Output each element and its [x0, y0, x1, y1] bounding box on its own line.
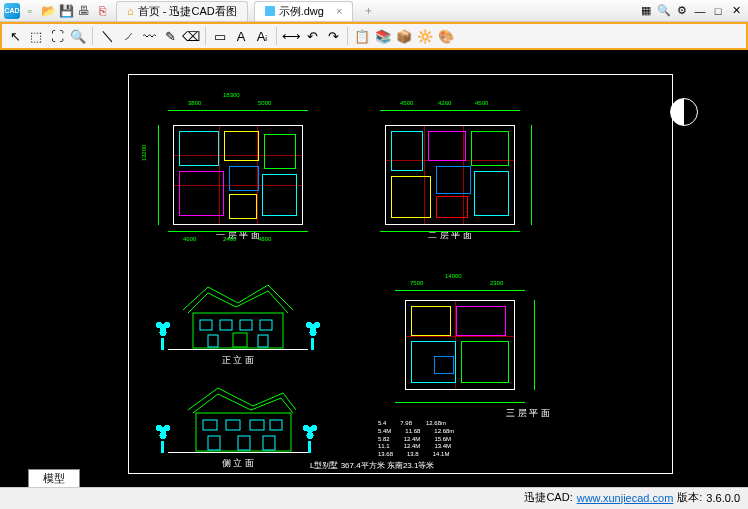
tool-layer-button[interactable]: ▭ [211, 27, 229, 45]
svg-rect-11 [250, 420, 264, 430]
tool-undo-button[interactable]: ↶ [303, 27, 321, 45]
maximize-button[interactable]: □ [710, 3, 726, 19]
tab-home[interactable]: ⌂ 首页 - 迅捷CAD看图 [116, 1, 248, 21]
status-brand: 迅捷CAD: [524, 490, 572, 505]
tool-polyline-button[interactable]: 〰 [140, 27, 158, 45]
tool-3d-button[interactable]: 📦 [395, 27, 413, 45]
tool-zoom-button[interactable]: 🔍 [69, 27, 87, 45]
svg-rect-15 [263, 436, 275, 450]
svg-rect-3 [240, 320, 252, 330]
tool-redo-button[interactable]: ↷ [324, 27, 342, 45]
tab-home-label: 首页 - 迅捷CAD看图 [138, 4, 237, 19]
tool-render-button[interactable]: 🔆 [416, 27, 434, 45]
quick-export-icon[interactable]: ⎘ [94, 3, 110, 19]
tool-palette-button[interactable]: 🎨 [437, 27, 455, 45]
tool-layers-button[interactable]: 📚 [374, 27, 392, 45]
svg-rect-10 [226, 420, 240, 430]
tool-dim-button[interactable]: ⟷ [282, 27, 300, 45]
tab-file[interactable]: 示例.dwg × [254, 1, 354, 21]
tool-zoom-extents-button[interactable]: ⛶ [48, 27, 66, 45]
tab-close-button[interactable]: × [336, 5, 342, 17]
svg-rect-1 [200, 320, 212, 330]
quick-save-icon[interactable]: 💾 [58, 3, 74, 19]
status-version: 3.6.0.0 [706, 492, 740, 504]
tool-edit-button[interactable]: ✎ [161, 27, 179, 45]
statusbar: 迅捷CAD: www.xunjiecad.com 版本: 3.6.0.0 [0, 487, 748, 507]
titlebar: CAD ▫ 📂 💾 🖶 ⎘ ⌂ 首页 - 迅捷CAD看图 示例.dwg × ＋ … [0, 0, 748, 22]
svg-rect-6 [233, 333, 247, 347]
tab-file-label: 示例.dwg [279, 4, 324, 19]
close-button[interactable]: ✕ [728, 3, 744, 19]
tool-zoom-window-button[interactable]: ⬚ [27, 27, 45, 45]
front-elevation: 正 立 面 [138, 275, 338, 375]
second-floor-plan: 4500 4260 4500 二 层 平 面 [360, 100, 540, 250]
model-tab[interactable]: 模型 [28, 469, 80, 487]
drawing-title: L型别墅 367.4平方米 东南23.1等米 [310, 460, 434, 471]
tool-line-button[interactable]: ＼ [98, 27, 116, 45]
layer-panel-icon[interactable]: ▦ [638, 3, 654, 19]
status-url-link[interactable]: www.xunjiecad.com [577, 492, 674, 504]
file-icon [265, 6, 275, 16]
window-controls: ▦ 🔍 ⚙ — □ ✕ [638, 3, 744, 19]
elev2-title: 侧 立 面 [138, 457, 338, 470]
svg-rect-12 [270, 420, 282, 430]
info-table: 5.47.9812.68m5.4M11.6812.68m5.8212.4M15.… [378, 420, 454, 459]
search-icon[interactable]: 🔍 [656, 3, 672, 19]
quick-open-icon[interactable]: 📂 [40, 3, 56, 19]
add-tab-button[interactable]: ＋ [355, 3, 382, 18]
app-icon: CAD [4, 3, 20, 19]
status-version-label: 版本: [677, 490, 702, 505]
quick-print-icon[interactable]: 🖶 [76, 3, 92, 19]
elev1-title: 正 立 面 [138, 354, 338, 367]
drawing-canvas[interactable]: 3800 18300 5000 13200 4600 2400 4800 一 层… [0, 50, 748, 487]
tool-erase-button[interactable]: ⌫ [182, 27, 200, 45]
quick-new-icon[interactable]: ▫ [22, 3, 38, 19]
tool-text-button[interactable]: A [232, 27, 250, 45]
north-compass-icon [670, 98, 698, 126]
svg-rect-2 [220, 320, 232, 330]
plan3-title: 三 层 平 面 [506, 407, 550, 420]
home-icon: ⌂ [127, 5, 134, 17]
svg-rect-14 [238, 436, 250, 450]
tool-cursor-button[interactable]: ↖ [6, 27, 24, 45]
svg-rect-13 [208, 436, 220, 450]
gear-icon[interactable]: ⚙ [674, 3, 690, 19]
side-elevation: 侧 立 面 [138, 378, 338, 473]
third-floor-plan: 7500 14000 2300 三 层 平 面 [380, 285, 540, 415]
tool-copy-button[interactable]: 📋 [353, 27, 371, 45]
svg-rect-9 [203, 420, 217, 430]
minimize-button[interactable]: — [692, 3, 708, 19]
main-toolbar: ↖⬚⛶🔍＼⟋〰✎⌫▭AAᵢ⟷↶↷📋📚📦🔆🎨 [0, 22, 748, 50]
svg-rect-7 [258, 335, 268, 347]
svg-rect-4 [260, 320, 272, 330]
svg-rect-8 [196, 413, 291, 451]
first-floor-plan: 3800 18300 5000 13200 4600 2400 4800 一 层… [148, 100, 328, 250]
svg-rect-5 [208, 335, 218, 347]
tool-measure-button[interactable]: ⟋ [119, 27, 137, 45]
tool-mtext-button[interactable]: Aᵢ [253, 27, 271, 45]
